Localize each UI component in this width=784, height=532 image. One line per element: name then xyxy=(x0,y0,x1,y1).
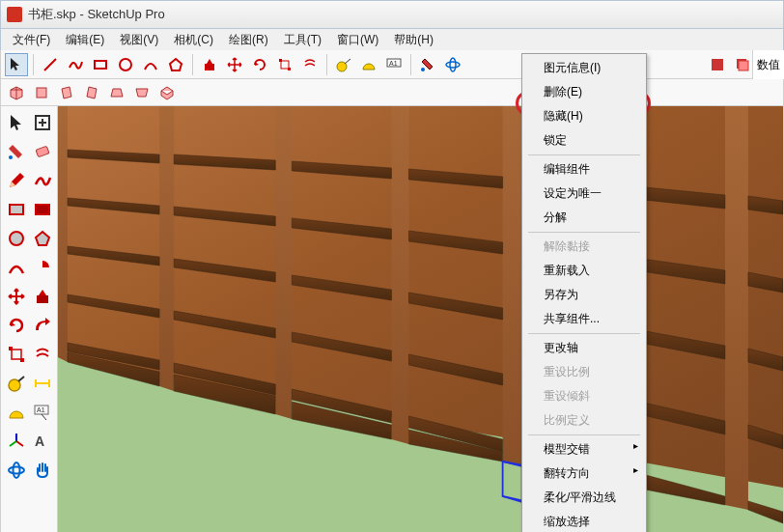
iso-view-icon[interactable] xyxy=(5,81,28,104)
rectangle-tool-icon[interactable] xyxy=(89,53,112,76)
svg-marker-50 xyxy=(159,106,174,391)
pushpull-icon[interactable] xyxy=(30,283,54,310)
svg-text:A1: A1 xyxy=(389,60,398,67)
ctx-flip-along[interactable]: 翻转方向 xyxy=(524,462,644,486)
rectangle-filled-icon[interactable] xyxy=(30,196,54,223)
ctx-reset-skew: 重设倾斜 xyxy=(524,384,644,408)
svg-line-42 xyxy=(10,441,16,446)
freehand-icon[interactable] xyxy=(30,167,54,194)
ctx-share-component[interactable]: 共享组件... xyxy=(524,307,644,331)
rotate-icon[interactable] xyxy=(4,312,28,339)
svg-point-23 xyxy=(9,155,13,159)
svg-marker-53 xyxy=(503,106,522,466)
pie-icon[interactable] xyxy=(30,254,54,281)
ctx-change-axes[interactable]: 更改轴 xyxy=(524,336,644,360)
text-tool-icon[interactable]: A1 xyxy=(382,53,406,76)
arc-icon[interactable] xyxy=(4,254,28,281)
rotate-tool-icon[interactable] xyxy=(248,53,271,76)
back-view-icon[interactable] xyxy=(105,81,128,104)
orbit-tool-icon[interactable] xyxy=(441,53,464,76)
left-view-icon[interactable] xyxy=(130,81,154,104)
text-label-icon[interactable]: A1 xyxy=(30,399,54,426)
ctx-edit-component[interactable]: 编辑组件 xyxy=(524,157,644,182)
svg-rect-29 xyxy=(37,295,48,303)
orbit-icon[interactable] xyxy=(4,457,28,484)
select-icon[interactable] xyxy=(4,109,28,136)
make-component-icon[interactable] xyxy=(30,109,54,136)
menubar[interactable]: 文件(F) 编辑(E) 视图(V) 相机(C) 绘图(R) 工具(T) 窗口(W… xyxy=(0,29,784,50)
svg-marker-55 xyxy=(725,106,748,510)
layers-icon[interactable] xyxy=(731,53,754,76)
paint-bucket-icon[interactable] xyxy=(4,138,28,165)
svg-rect-26 xyxy=(36,205,49,214)
select-tool-icon[interactable] xyxy=(5,53,28,76)
3dtext-icon[interactable]: A xyxy=(30,428,54,455)
polygon-icon[interactable] xyxy=(30,225,54,252)
ctx-zoom-selection[interactable]: 缩放选择 xyxy=(524,510,644,532)
ctx-reload[interactable]: 重新载入 xyxy=(524,259,644,283)
polygon-tool-icon[interactable] xyxy=(164,53,187,76)
protractor-tool-icon[interactable] xyxy=(357,53,380,76)
move-tool-icon[interactable] xyxy=(223,53,246,76)
toolbar-secondary xyxy=(0,79,784,106)
offset-icon[interactable] xyxy=(30,341,54,368)
pan-icon[interactable] xyxy=(30,457,54,484)
component-icon[interactable] xyxy=(706,53,729,76)
svg-point-2 xyxy=(120,59,131,70)
ctx-make-unique[interactable]: 设定为唯一 xyxy=(524,182,644,206)
menu-tools[interactable]: 工具(T) xyxy=(276,30,329,50)
perspective-icon[interactable] xyxy=(155,81,179,104)
offset-tool-icon[interactable] xyxy=(298,53,322,76)
tape-tool-icon[interactable] xyxy=(332,53,355,76)
menu-file[interactable]: 文件(F) xyxy=(5,30,58,50)
front-view-icon[interactable] xyxy=(55,81,78,104)
svg-rect-1 xyxy=(95,61,106,69)
svg-point-14 xyxy=(450,58,456,71)
circle-icon[interactable] xyxy=(4,225,28,252)
followme-icon[interactable] xyxy=(30,312,54,339)
ctx-lock[interactable]: 锁定 xyxy=(524,128,644,153)
viewport-3d[interactable] xyxy=(58,106,784,532)
paint-tool-icon[interactable] xyxy=(416,53,439,76)
menu-help[interactable]: 帮助(H) xyxy=(386,30,441,50)
svg-rect-30 xyxy=(12,350,21,359)
line-tool-icon[interactable] xyxy=(39,53,62,76)
arc-tool-icon[interactable] xyxy=(139,53,162,76)
ctx-soften[interactable]: 柔化/平滑边线 xyxy=(524,486,644,510)
svg-rect-19 xyxy=(37,88,46,98)
ctx-explode[interactable]: 分解 xyxy=(524,206,644,230)
ctx-entity-info[interactable]: 图元信息(I) xyxy=(524,56,644,80)
move-icon[interactable] xyxy=(4,283,28,310)
svg-rect-24 xyxy=(35,146,48,157)
menu-view[interactable]: 视图(V) xyxy=(112,30,166,50)
ctx-divider xyxy=(528,232,640,233)
svg-rect-6 xyxy=(279,59,282,62)
ctx-divider xyxy=(528,434,640,435)
pushpull-tool-icon[interactable] xyxy=(198,53,221,76)
scale-tool-icon[interactable] xyxy=(273,53,296,76)
ctx-hide[interactable]: 隐藏(H) xyxy=(524,104,644,128)
circle-tool-icon[interactable] xyxy=(114,53,137,76)
dimension-icon[interactable] xyxy=(30,370,54,397)
axes-icon[interactable] xyxy=(4,428,28,455)
svg-rect-32 xyxy=(20,358,24,362)
svg-text:A1: A1 xyxy=(37,406,45,413)
ctx-delete[interactable]: 删除(E) xyxy=(524,80,644,104)
pencil-icon[interactable] xyxy=(4,167,28,194)
eraser-icon[interactable] xyxy=(30,138,54,165)
menu-camera[interactable]: 相机(C) xyxy=(166,30,221,50)
tape-icon[interactable] xyxy=(4,370,28,397)
scale-icon[interactable] xyxy=(4,341,28,368)
ctx-intersect[interactable]: 模型交错 xyxy=(524,437,644,462)
menu-edit[interactable]: 编辑(E) xyxy=(58,30,112,50)
window-title: 书柜.skp - SketchUp Pro xyxy=(28,6,165,23)
rectangle-icon[interactable] xyxy=(4,196,28,223)
freehand-tool-icon[interactable] xyxy=(64,53,87,76)
menu-draw[interactable]: 绘图(R) xyxy=(221,30,276,50)
ctx-reset-scale: 重设比例 xyxy=(524,360,644,384)
top-view-icon[interactable] xyxy=(30,81,53,104)
right-view-icon[interactable] xyxy=(80,81,103,104)
ctx-save-as[interactable]: 另存为 xyxy=(524,283,644,307)
menu-window[interactable]: 窗口(W) xyxy=(329,30,386,50)
protractor-icon[interactable] xyxy=(4,399,28,426)
